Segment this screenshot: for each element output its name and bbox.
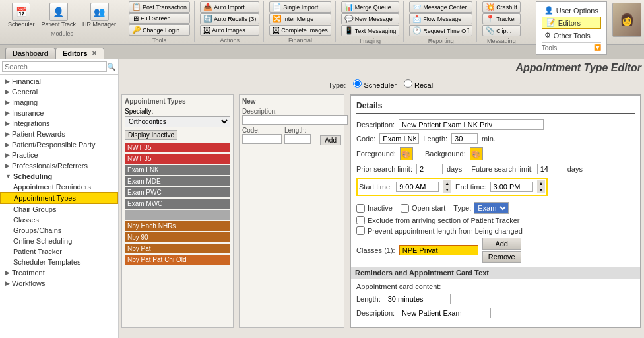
auto-import-btn[interactable]: 📥 Auto Import: [200, 1, 259, 13]
start-time-down[interactable]: ▼: [443, 187, 451, 193]
end-time-up[interactable]: ▲: [537, 180, 546, 187]
sidebar-item-scheduling[interactable]: ▼Scheduling: [0, 171, 118, 182]
reminder-length-input[interactable]: [385, 294, 451, 304]
scheduler-btn[interactable]: 📅 Scheduler: [5, 1, 38, 29]
new-add-btn[interactable]: Add: [320, 135, 341, 145]
new-length-input[interactable]: [284, 134, 311, 144]
post-transaction-btn[interactable]: 📋 Post Transaction: [129, 1, 190, 13]
code-input[interactable]: [379, 133, 419, 144]
complete-images-btn[interactable]: 🖼 Complete Images: [269, 25, 331, 36]
reminder-description-input[interactable]: [399, 308, 491, 318]
appt-item[interactable]: Exam LNK: [125, 165, 230, 175]
start-time-up[interactable]: ▲: [443, 180, 451, 187]
appt-item[interactable]: Nby Hach NHRs: [125, 221, 230, 231]
type-select[interactable]: Exam: [474, 202, 509, 214]
sidebar-item-patient-rewards[interactable]: ▶Patient Rewards: [0, 129, 118, 139]
search-input[interactable]: [2, 61, 107, 72]
appt-item[interactable]: Exam MDE: [125, 176, 230, 186]
appt-item[interactable]: Nby 90: [125, 232, 230, 242]
appt-item[interactable]: [125, 210, 230, 220]
end-time-input[interactable]: [490, 182, 533, 192]
classes-add-btn[interactable]: Add: [482, 238, 521, 250]
appt-item[interactable]: NWT 35: [125, 143, 230, 152]
classes-remove-btn[interactable]: Remove: [482, 251, 521, 263]
exclude-checkbox[interactable]: [356, 216, 365, 224]
foreground-swatch[interactable]: 🎨: [400, 147, 413, 160]
length-input[interactable]: [451, 133, 478, 144]
days-label: days: [447, 165, 462, 173]
appt-item[interactable]: Exam PWC: [125, 187, 230, 197]
full-screen-btn[interactable]: 🖥 Full Screen: [129, 13, 190, 24]
type-recall-radio[interactable]: [404, 79, 412, 88]
prevent-checkbox[interactable]: [356, 226, 365, 235]
auto-recalls-btn[interactable]: 🔄 Auto Recalls (3): [200, 13, 259, 24]
request-time-btn[interactable]: 🕐 Request Time Off: [409, 25, 472, 36]
flow-message-btn[interactable]: 📩 Flow Message: [409, 13, 472, 24]
sidebar-item-integrations[interactable]: ▶Integrations: [0, 118, 118, 129]
sidebar-item-appt-reminders[interactable]: Appointment Reminders: [0, 182, 118, 192]
appt-item[interactable]: Nby Pat Pat Chi Old: [125, 255, 230, 265]
exclude-row: Exclude from arriving section of Patient…: [356, 216, 635, 224]
hr-manager-btn[interactable]: 👥 HR Manager: [80, 1, 119, 29]
future-search-input[interactable]: [537, 164, 564, 174]
single-import-btn[interactable]: 📄 Single Import: [269, 1, 331, 13]
sidebar-item-financial[interactable]: ▶Financial: [0, 76, 118, 86]
appt-item[interactable]: NWT 35: [125, 154, 230, 164]
crash-it-btn[interactable]: 💥 Crash It: [482, 1, 521, 13]
editors-menu-item[interactable]: 📝 Editors: [542, 17, 601, 29]
patient-track-btn[interactable]: 👤 Patient Track: [39, 1, 79, 29]
sidebar-item-insurance[interactable]: ▶Insurance: [0, 108, 118, 118]
inter-merge-btn[interactable]: 🔀 Inter Merge: [269, 13, 331, 24]
sidebar-item-professionals[interactable]: ▶Professionals/Referrers: [0, 160, 118, 171]
sidebar-item-patient-tracker[interactable]: Patient Tracker: [0, 246, 118, 257]
editors-icon: 📝: [546, 18, 556, 27]
new-description-input[interactable]: [242, 115, 348, 125]
tools-section-label: Tools: [152, 37, 166, 44]
appt-item[interactable]: Nby Pat: [125, 244, 230, 254]
text-messaging-btn[interactable]: 📱 Text Messaging: [341, 25, 400, 36]
start-time-input[interactable]: [396, 182, 439, 192]
change-login-btn[interactable]: 🔑 Change Login: [129, 24, 190, 36]
sidebar-item-general[interactable]: ▶General: [0, 86, 118, 97]
new-code-input[interactable]: [242, 134, 282, 144]
auto-images-btn[interactable]: 🖼 Auto Images: [200, 25, 259, 36]
tab-editors[interactable]: Editors ✕: [55, 48, 104, 59]
prior-search-input[interactable]: [416, 164, 443, 174]
display-inactive-btn[interactable]: Display Inactive: [125, 130, 177, 140]
appt-item[interactable]: Exam MWC: [125, 199, 230, 209]
specialty-select[interactable]: Orthodontics: [125, 116, 230, 127]
new-message-btn[interactable]: 💬 New Message: [341, 13, 400, 24]
tab-dashboard[interactable]: Dashboard: [5, 48, 55, 59]
type-scheduler-radio[interactable]: [353, 79, 362, 88]
time-row: Start time: ▲ ▼ End time: ▲ ▼: [356, 178, 548, 196]
message-center-btn[interactable]: 📨 Message Center: [409, 1, 472, 13]
sidebar-item-classes[interactable]: Classes: [0, 215, 118, 225]
open-start-checkbox[interactable]: [401, 204, 409, 213]
arrow-icon: ▶: [5, 152, 10, 158]
classes-input[interactable]: [399, 245, 478, 255]
sidebar-item-online-scheduling[interactable]: Online Scheduling: [0, 236, 118, 246]
sidebar-item-imaging[interactable]: ▶Imaging: [0, 97, 118, 108]
end-time-down[interactable]: ▼: [537, 187, 546, 193]
sidebar-item-patient-responsible[interactable]: ▶Patient/Responsible Party: [0, 139, 118, 150]
sidebar-item-scheduler-templates[interactable]: Scheduler Templates: [0, 257, 118, 267]
user-options-menu-item[interactable]: 👤 User Options: [542, 5, 601, 16]
sidebar-item-groups-chains[interactable]: Groups/Chains: [0, 225, 118, 236]
other-tools-menu-item[interactable]: ⚙ Other Tools: [542, 30, 601, 41]
sidebar-item-treatment[interactable]: ▶Treatment: [0, 267, 118, 278]
prevent-row: Prevent appointment length from being ch…: [356, 226, 635, 235]
sidebar-item-practice[interactable]: ▶Practice: [0, 150, 118, 160]
tab-editors-close[interactable]: ✕: [92, 50, 97, 57]
sidebar: 🔍 ▶Financial ▶General ▶Imaging ▶Insuranc…: [0, 59, 119, 338]
sidebar-item-workflows[interactable]: ▶Workflows: [0, 278, 118, 288]
background-swatch[interactable]: 🎨: [470, 147, 483, 160]
merge-queue-btn[interactable]: 📊 Merge Queue: [341, 1, 400, 13]
tracker-btn[interactable]: 📍 Tracker: [482, 13, 521, 24]
sidebar-item-appt-types[interactable]: Appointment Types: [0, 192, 118, 204]
details-title: Details: [356, 101, 635, 114]
clip-btn[interactable]: 📎 Clip...: [482, 25, 521, 36]
description-input[interactable]: [399, 119, 544, 130]
sidebar-item-chair-groups[interactable]: Chair Groups: [0, 204, 118, 215]
arrow-icon: ▶: [5, 110, 10, 116]
inactive-checkbox[interactable]: [356, 204, 365, 213]
